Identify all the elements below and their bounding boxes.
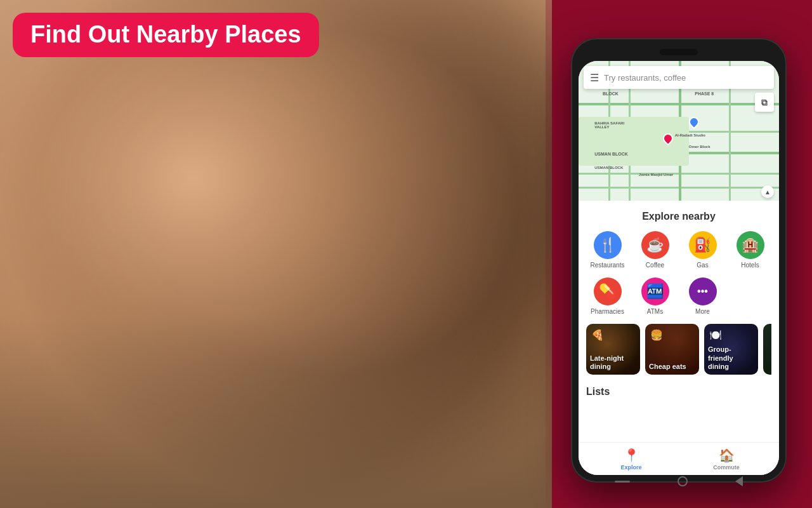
collapse-button[interactable]: ▲ xyxy=(761,185,774,198)
explore-item-pharmacies[interactable]: 💊 Pharmacies xyxy=(586,277,629,315)
atms-icon: 🏧 xyxy=(646,283,664,300)
map-label-usman: USMAN BLOCK xyxy=(594,152,628,156)
map-search-bar[interactable]: ☰ Try restaurants, coffee xyxy=(584,66,774,89)
group-friendly-icon: 🍽️ xyxy=(709,329,722,341)
category-card-late-night[interactable]: 🍕 Late-night dining xyxy=(586,324,640,375)
map-label-usman2: USMAN BLOCK xyxy=(594,166,623,170)
explore-grid-row1: 🍴 Restaurants ☕ Coffee ⛽ G xyxy=(586,231,771,269)
lists-title: Lists xyxy=(586,386,771,398)
late-night-logo: 🍕 xyxy=(591,329,604,341)
fourth-card-bg xyxy=(763,324,771,375)
nav-item-commute[interactable]: 🏠 Commute xyxy=(679,448,774,471)
late-night-label: Late-night dining xyxy=(590,354,636,371)
map-label-jamia: Jamia Masjid Umer xyxy=(639,173,673,177)
layers-icon: ⧉ xyxy=(761,97,768,108)
explore-item-atms[interactable]: 🏧 ATMs xyxy=(634,277,676,315)
category-cards[interactable]: 🍕 Late-night dining 🍔 Cheap eats xyxy=(586,324,771,377)
cheap-eats-food-icon: 🍔 xyxy=(650,329,663,341)
phone-nav-bar xyxy=(579,475,779,488)
commute-nav-label: Commute xyxy=(713,464,740,471)
pharmacies-icon: 💊 xyxy=(599,283,616,300)
explore-item-gas[interactable]: ⛽ Gas xyxy=(681,231,724,269)
map-label-omer: Omer Block xyxy=(689,145,710,149)
cheap-eats-label: Cheap eats xyxy=(649,363,695,371)
phone-device: BLOCK PHASE 8 BAHRIA HOMES BAHRIA SAFARI… xyxy=(571,38,787,483)
coffee-label: Coffee xyxy=(646,262,664,269)
bottom-navigation: 📍 Explore 🏠 Commute xyxy=(579,442,779,475)
explore-item-coffee[interactable]: ☕ Coffee xyxy=(634,231,676,269)
more-label: More xyxy=(695,308,710,315)
empty-cell xyxy=(729,277,771,315)
nav-item-explore[interactable]: 📍 Explore xyxy=(584,448,679,471)
explore-item-restaurants[interactable]: 🍴 Restaurants xyxy=(586,231,629,269)
explore-grid-row2: 💊 Pharmacies 🏧 ATMs ••• M xyxy=(586,277,771,315)
explore-title: Explore nearby xyxy=(586,211,771,222)
coffee-icon: ☕ xyxy=(646,237,664,253)
phone-top-bar xyxy=(579,46,779,58)
back-button[interactable] xyxy=(735,476,743,486)
chevron-up-icon: ▲ xyxy=(764,189,771,196)
pharmacies-label: Pharmacies xyxy=(591,308,624,315)
map-label-block: BLOCK xyxy=(603,91,619,96)
scroll-content[interactable]: Explore nearby 🍴 Restaurants ☕ Coffee xyxy=(579,201,779,442)
atms-icon-circle: 🏧 xyxy=(641,277,669,305)
pharmacies-icon-circle: 💊 xyxy=(594,277,622,305)
gas-icon-circle: ⛽ xyxy=(689,231,717,259)
menu-icon[interactable]: ☰ xyxy=(590,72,599,84)
couple-scene xyxy=(0,0,552,508)
recent-apps-button[interactable] xyxy=(615,481,630,483)
explore-nav-icon: 📍 xyxy=(624,448,639,463)
category-card-group-friendly[interactable]: 🍽️ Group-friendly dining xyxy=(704,324,758,375)
hotels-icon: 🏨 xyxy=(742,237,759,253)
more-icon: ••• xyxy=(697,286,708,297)
category-card-fourth[interactable] xyxy=(763,324,771,375)
restaurants-label: Restaurants xyxy=(591,262,625,269)
hotels-icon-circle: 🏨 xyxy=(737,231,764,259)
phone-camera xyxy=(660,49,698,55)
commute-nav-icon: 🏠 xyxy=(719,448,735,463)
page-title: Find Out Nearby Places xyxy=(30,20,301,50)
group-friendly-label: Group-friendly dining xyxy=(708,345,754,371)
explore-item-more[interactable]: ••• More xyxy=(681,277,724,315)
home-button[interactable] xyxy=(678,476,688,486)
restaurants-icon-circle: 🍴 xyxy=(594,231,622,259)
title-banner: Find Out Nearby Places xyxy=(13,13,319,57)
map-label-phase8: PHASE 8 xyxy=(695,91,714,96)
coffee-icon-circle: ☕ xyxy=(641,231,669,259)
phone-screen: BLOCK PHASE 8 BAHRIA HOMES BAHRIA SAFARI… xyxy=(579,61,779,475)
map-area[interactable]: BLOCK PHASE 8 BAHRIA HOMES BAHRIA SAFARI… xyxy=(579,61,779,201)
restaurants-icon: 🍴 xyxy=(599,237,616,253)
gas-label: Gas xyxy=(697,262,708,269)
category-card-cheap-eats[interactable]: 🍔 Cheap eats xyxy=(645,324,699,375)
gas-icon: ⛽ xyxy=(694,237,711,253)
hotels-label: Hotels xyxy=(741,262,759,269)
layers-button[interactable]: ⧉ xyxy=(755,93,774,112)
map-label-bahria-safari: BAHRIA SAFARIVALLEY xyxy=(594,121,624,129)
explore-nav-label: Explore xyxy=(620,464,641,471)
phone-body: BLOCK PHASE 8 BAHRIA HOMES BAHRIA SAFARI… xyxy=(571,38,787,483)
more-icon-circle: ••• xyxy=(689,277,717,305)
explore-item-hotels[interactable]: 🏨 Hotels xyxy=(729,231,771,269)
search-placeholder[interactable]: Try restaurants, coffee xyxy=(604,73,686,83)
atms-label: ATMs xyxy=(647,308,663,315)
map-label-studio: Al-Radadi Studio xyxy=(675,133,705,137)
